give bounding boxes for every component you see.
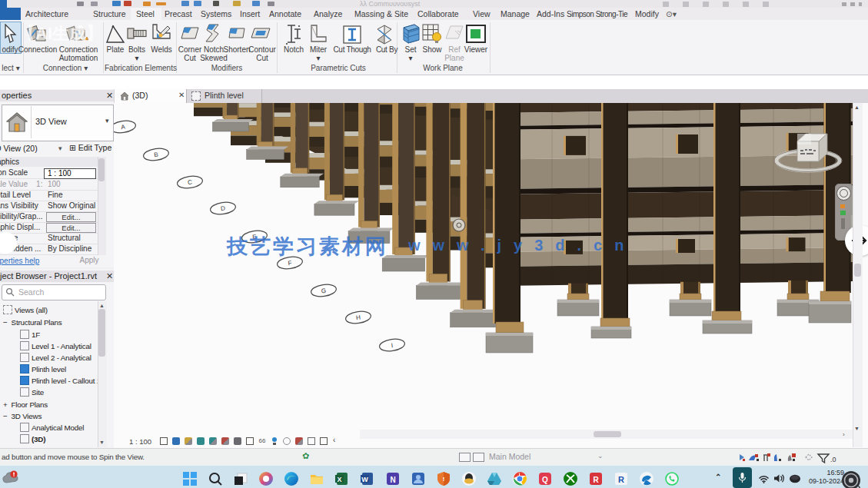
svg-text:N: N xyxy=(390,476,395,484)
svg-text:!: ! xyxy=(443,476,445,483)
svg-text:G: G xyxy=(321,287,326,295)
svg-text:R: R xyxy=(593,476,599,484)
svg-text:R: R xyxy=(618,475,624,484)
svg-text:Q: Q xyxy=(542,476,548,484)
svg-text:W: W xyxy=(361,476,368,483)
svg-text:.0: .0 xyxy=(830,456,836,463)
svg-text:X: X xyxy=(337,476,341,483)
